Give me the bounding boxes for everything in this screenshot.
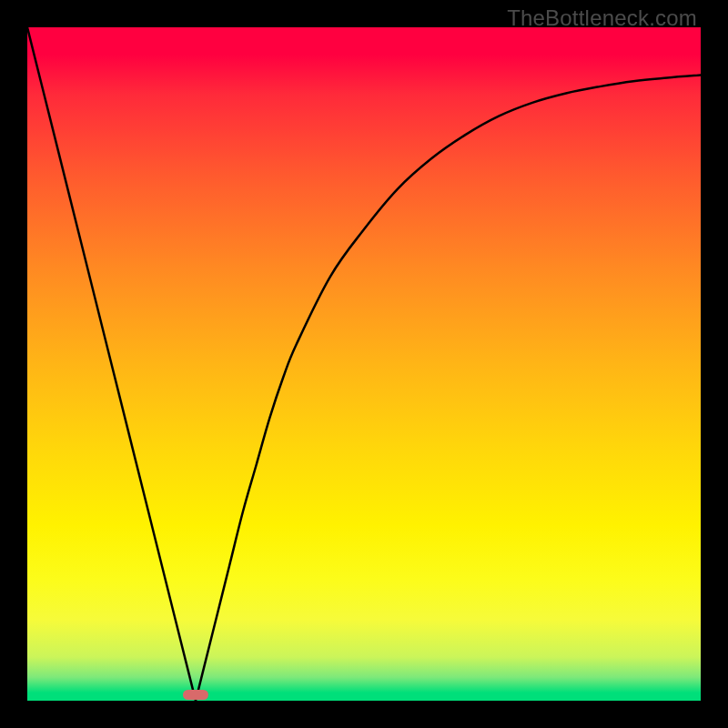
bottleneck-curve: [27, 27, 701, 701]
curve-layer: [27, 27, 701, 701]
minimum-marker: [183, 690, 208, 700]
chart-container: TheBottleneck.com: [0, 0, 728, 728]
plot-area: [27, 27, 701, 701]
watermark-text: TheBottleneck.com: [507, 5, 697, 31]
